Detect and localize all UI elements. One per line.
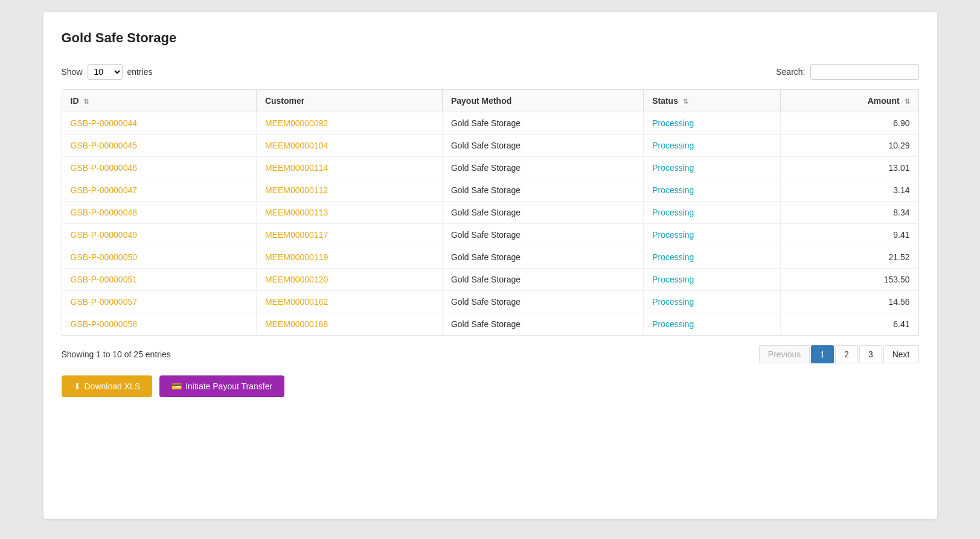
cell-amount: 10.29 <box>781 135 918 157</box>
customer-link[interactable]: MEEM00000114 <box>265 163 328 173</box>
cell-payout-method: Gold Safe Storage <box>442 135 643 157</box>
cell-status: Processing <box>644 135 781 157</box>
cell-amount: 6.41 <box>781 313 918 336</box>
status-badge[interactable]: Processing <box>652 252 694 262</box>
id-link[interactable]: GSB-P-00000046 <box>71 163 138 173</box>
cell-amount: 153.50 <box>781 269 918 291</box>
search-input[interactable] <box>810 64 919 80</box>
status-badge[interactable]: Processing <box>652 297 694 307</box>
controls-top: Show 10 25 50 100 entries Search: <box>62 64 919 80</box>
pagination-page-1[interactable]: 1 <box>811 345 834 363</box>
pagination-previous[interactable]: Previous <box>759 345 810 363</box>
customer-link[interactable]: MEEM00000092 <box>265 118 328 128</box>
col-header-amount[interactable]: Amount ⇅ <box>781 90 918 112</box>
table-row: GSB-P-00000049 MEEM00000117 Gold Safe St… <box>62 224 918 246</box>
cell-status: Processing <box>644 269 781 291</box>
cell-customer: MEEM00000120 <box>256 269 442 291</box>
entries-select[interactable]: 10 25 50 100 <box>88 64 123 80</box>
entries-info: Showing 1 to 10 of 25 entries <box>62 349 171 359</box>
customer-link[interactable]: MEEM00000119 <box>265 252 328 262</box>
customer-link[interactable]: MEEM00000168 <box>265 319 328 329</box>
download-xls-button[interactable]: ⬇ Download XLS <box>62 375 153 397</box>
cell-status: Processing <box>644 202 781 224</box>
cell-id: GSB-P-00000051 <box>62 269 256 291</box>
sort-icon-amount: ⇅ <box>905 98 910 106</box>
cell-id: GSB-P-00000049 <box>62 224 256 246</box>
table-row: GSB-P-00000047 MEEM00000112 Gold Safe St… <box>62 179 918 202</box>
cell-id: GSB-P-00000046 <box>62 157 256 179</box>
entries-label: entries <box>127 67 153 77</box>
cell-id: GSB-P-00000044 <box>62 112 256 135</box>
cell-id: GSB-P-00000048 <box>62 202 256 224</box>
page-title: Gold Safe Storage <box>62 30 919 46</box>
sort-icon-id: ⇅ <box>83 98 89 106</box>
cell-payout-method: Gold Safe Storage <box>442 202 643 224</box>
download-label: Download XLS <box>85 381 141 391</box>
col-header-payout-method: Payout Method <box>442 90 643 112</box>
data-table: ID ⇅ Customer Payout Method Status ⇅ Amo… <box>62 89 919 336</box>
status-badge[interactable]: Processing <box>652 230 694 240</box>
cell-customer: MEEM00000112 <box>256 179 442 202</box>
cell-customer: MEEM00000168 <box>256 313 442 336</box>
id-link[interactable]: GSB-P-00000049 <box>71 230 138 240</box>
cell-payout-method: Gold Safe Storage <box>442 291 643 313</box>
id-link[interactable]: GSB-P-00000044 <box>71 118 138 128</box>
status-badge[interactable]: Processing <box>652 163 694 173</box>
col-header-id[interactable]: ID ⇅ <box>62 90 256 112</box>
id-link[interactable]: GSB-P-00000050 <box>71 252 138 262</box>
table-row: GSB-P-00000044 MEEM00000092 Gold Safe St… <box>62 112 918 135</box>
cell-payout-method: Gold Safe Storage <box>442 179 643 202</box>
customer-link[interactable]: MEEM00000120 <box>265 275 328 284</box>
cell-customer: MEEM00000114 <box>256 157 442 179</box>
cell-payout-method: Gold Safe Storage <box>442 224 643 246</box>
customer-link[interactable]: MEEM00000113 <box>265 208 328 217</box>
id-link[interactable]: GSB-P-00000058 <box>71 319 138 329</box>
cell-status: Processing <box>644 291 781 313</box>
initiate-payout-button[interactable]: 💳 Initiate Payout Transfer <box>159 375 284 397</box>
table-body: GSB-P-00000044 MEEM00000092 Gold Safe St… <box>62 112 918 336</box>
customer-link[interactable]: MEEM00000162 <box>265 297 328 307</box>
table-row: GSB-P-00000046 MEEM00000114 Gold Safe St… <box>62 157 918 179</box>
cell-id: GSB-P-00000050 <box>62 246 256 269</box>
id-link[interactable]: GSB-P-00000048 <box>71 208 138 217</box>
customer-link[interactable]: MEEM00000104 <box>265 141 328 150</box>
status-badge[interactable]: Processing <box>652 141 694 150</box>
id-link[interactable]: GSB-P-00000047 <box>71 185 138 195</box>
cell-customer: MEEM00000162 <box>256 291 442 313</box>
pagination-next[interactable]: Next <box>883 345 919 363</box>
cell-id: GSB-P-00000058 <box>62 313 256 336</box>
cell-id: GSB-P-00000057 <box>62 291 256 313</box>
id-link[interactable]: GSB-P-00000057 <box>71 297 138 307</box>
show-entries-control: Show 10 25 50 100 entries <box>62 64 153 80</box>
status-badge[interactable]: Processing <box>652 118 694 128</box>
status-badge[interactable]: Processing <box>652 319 694 329</box>
id-link[interactable]: GSB-P-00000051 <box>71 275 138 284</box>
cell-customer: MEEM00000092 <box>256 112 442 135</box>
col-header-status[interactable]: Status ⇅ <box>644 90 781 112</box>
table-row: GSB-P-00000050 MEEM00000119 Gold Safe St… <box>62 246 918 269</box>
cell-customer: MEEM00000119 <box>256 246 442 269</box>
cell-customer: MEEM00000104 <box>256 135 442 157</box>
cell-amount: 6.90 <box>781 112 918 135</box>
cell-status: Processing <box>644 246 781 269</box>
cell-amount: 3.14 <box>781 179 918 202</box>
cell-amount: 14.56 <box>781 291 918 313</box>
pagination-page-3[interactable]: 3 <box>859 345 882 363</box>
cell-payout-method: Gold Safe Storage <box>442 246 643 269</box>
col-header-customer: Customer <box>256 90 442 112</box>
cell-amount: 21.52 <box>781 246 918 269</box>
sort-icon-status: ⇅ <box>683 98 688 106</box>
customer-link[interactable]: MEEM00000112 <box>265 185 328 195</box>
main-card: Gold Safe Storage Show 10 25 50 100 entr… <box>43 12 937 519</box>
status-badge[interactable]: Processing <box>652 275 694 284</box>
download-icon: ⬇ <box>74 381 81 391</box>
cell-payout-method: Gold Safe Storage <box>442 112 643 135</box>
cell-amount: 9.41 <box>781 224 918 246</box>
table-header-row: ID ⇅ Customer Payout Method Status ⇅ Amo… <box>62 90 918 112</box>
id-link[interactable]: GSB-P-00000045 <box>71 141 138 150</box>
status-badge[interactable]: Processing <box>652 185 694 195</box>
status-badge[interactable]: Processing <box>652 208 694 217</box>
pagination-page-2[interactable]: 2 <box>835 345 858 363</box>
cell-status: Processing <box>644 157 781 179</box>
customer-link[interactable]: MEEM00000117 <box>265 230 328 240</box>
